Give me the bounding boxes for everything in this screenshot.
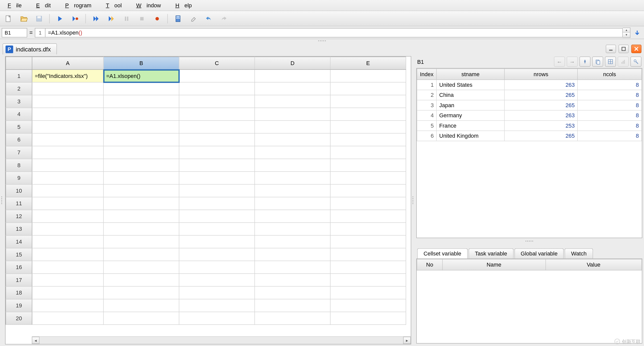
grid-cell[interactable] <box>330 82 406 95</box>
grid-cell[interactable] <box>32 171 103 184</box>
grid-cell[interactable] <box>255 70 330 82</box>
file-tab[interactable]: P indicators.dfx <box>3 43 57 54</box>
nav-forward-icon[interactable]: → <box>567 56 578 67</box>
grid-cell[interactable] <box>330 235 406 248</box>
grid-cell[interactable] <box>179 184 255 197</box>
variable-table[interactable]: No Name Value <box>416 258 642 343</box>
grid-cell[interactable] <box>255 171 330 184</box>
row-header[interactable]: 3 <box>6 95 32 108</box>
row-header[interactable]: 20 <box>6 312 32 325</box>
pin-icon[interactable] <box>579 56 591 67</box>
col-index[interactable]: Index <box>417 69 437 80</box>
grid-cell[interactable] <box>255 133 330 146</box>
grid-cell[interactable] <box>330 197 406 210</box>
result-table[interactable]: Indexstnamenrowsncols1United States26382… <box>416 68 642 238</box>
undo-icon[interactable] <box>204 13 214 23</box>
row-header[interactable]: 4 <box>6 108 32 121</box>
tab-cellset-variable[interactable]: Cellset variable <box>417 248 468 258</box>
grid-cell[interactable] <box>179 248 255 261</box>
spinner-up-icon[interactable]: ▴ <box>623 28 630 33</box>
grid-cell[interactable] <box>32 312 103 325</box>
grid-cell[interactable] <box>179 210 255 223</box>
expand-formula-icon[interactable] <box>632 28 642 37</box>
scroll-right-icon[interactable]: ▸ <box>403 337 411 344</box>
grid-cell[interactable] <box>330 95 406 108</box>
table-row[interactable]: 4Germany2638 <box>417 110 642 121</box>
row-header[interactable]: 9 <box>6 171 32 184</box>
grid-cell[interactable] <box>255 223 330 236</box>
grid-cell[interactable] <box>255 146 330 159</box>
grid-cell[interactable] <box>32 261 103 274</box>
grid-cell[interactable]: =A1.xlsopen() <box>104 70 179 82</box>
col-ncols[interactable]: ncols <box>577 69 642 80</box>
formula-spinner[interactable]: ▴▾ <box>623 27 630 38</box>
grid-cell[interactable] <box>330 312 406 325</box>
grid-cell[interactable] <box>104 274 179 286</box>
column-header[interactable]: A <box>32 57 103 70</box>
scroll-left-icon[interactable]: ◂ <box>32 337 39 344</box>
grid-cell[interactable] <box>104 261 179 274</box>
record-icon[interactable] <box>152 13 162 23</box>
grid-cell[interactable] <box>32 184 103 197</box>
grid-cell[interactable] <box>104 171 179 184</box>
chart-icon[interactable] <box>618 56 629 67</box>
grid-cell[interactable] <box>255 210 330 223</box>
grid-cell[interactable] <box>104 210 179 223</box>
row-header[interactable]: 15 <box>6 248 32 261</box>
grid-cell[interactable] <box>179 121 255 133</box>
new-file-icon[interactable] <box>3 13 13 23</box>
grid-cell[interactable] <box>179 159 255 172</box>
row-header[interactable]: 7 <box>6 146 32 159</box>
cell-reference-input[interactable] <box>2 28 27 37</box>
minimize-button[interactable] <box>606 45 616 53</box>
grid-cell[interactable] <box>255 248 330 261</box>
grid-cell[interactable] <box>330 133 406 146</box>
menu-program[interactable]: Program <box>60 1 96 9</box>
grid-cell[interactable] <box>104 197 179 210</box>
grid-cell[interactable] <box>32 210 103 223</box>
column-header[interactable]: D <box>255 57 330 70</box>
horizontal-scrollbar[interactable]: ◂ ▸ <box>32 336 411 344</box>
nav-back-icon[interactable]: ← <box>554 56 565 67</box>
grid-cell[interactable] <box>179 146 255 159</box>
grid-cell[interactable] <box>179 133 255 146</box>
grid-cell[interactable] <box>255 159 330 172</box>
vertical-splitter-right[interactable] <box>411 55 414 345</box>
redo-icon[interactable] <box>219 13 229 23</box>
grid-cell[interactable] <box>179 171 255 184</box>
save-icon[interactable] <box>34 13 44 23</box>
grid-cell[interactable] <box>179 299 255 312</box>
grid-cell[interactable] <box>255 299 330 312</box>
grid-cell[interactable] <box>32 235 103 248</box>
grid-cell[interactable] <box>104 159 179 172</box>
grid-cell[interactable] <box>32 223 103 236</box>
column-header[interactable]: B <box>104 57 179 70</box>
grid-cell[interactable] <box>104 235 179 248</box>
eraser-icon[interactable] <box>188 13 198 23</box>
grid-view-icon[interactable] <box>605 56 616 67</box>
grid-cell[interactable] <box>32 121 103 133</box>
grid-cell[interactable] <box>104 121 179 133</box>
settings-icon[interactable] <box>630 56 641 67</box>
grid-cell[interactable]: =file("Indicators.xlsx") <box>32 70 103 82</box>
grid-cell[interactable] <box>32 299 103 312</box>
row-header[interactable]: 17 <box>6 274 32 286</box>
grid-cell[interactable] <box>330 108 406 121</box>
grid-cell[interactable] <box>179 312 255 325</box>
debug-breakpoint-icon[interactable] <box>70 13 80 23</box>
menu-tool[interactable]: Tool <box>101 1 127 9</box>
grid-cell[interactable] <box>330 261 406 274</box>
grid-cell[interactable] <box>255 235 330 248</box>
grid-cell[interactable] <box>255 95 330 108</box>
grid-cell[interactable] <box>179 95 255 108</box>
row-header[interactable]: 5 <box>6 121 32 133</box>
grid-cell[interactable] <box>32 108 103 121</box>
tab-watch[interactable]: Watch <box>565 248 593 258</box>
pause-icon[interactable] <box>121 13 132 23</box>
step-over-icon[interactable] <box>91 13 101 23</box>
formula-input[interactable]: =A1.xlsopen() <box>45 28 623 37</box>
row-header[interactable]: 18 <box>6 286 32 299</box>
row-header[interactable]: 13 <box>6 223 32 236</box>
grid-cell[interactable] <box>330 121 406 133</box>
row-header[interactable]: 8 <box>6 159 32 172</box>
